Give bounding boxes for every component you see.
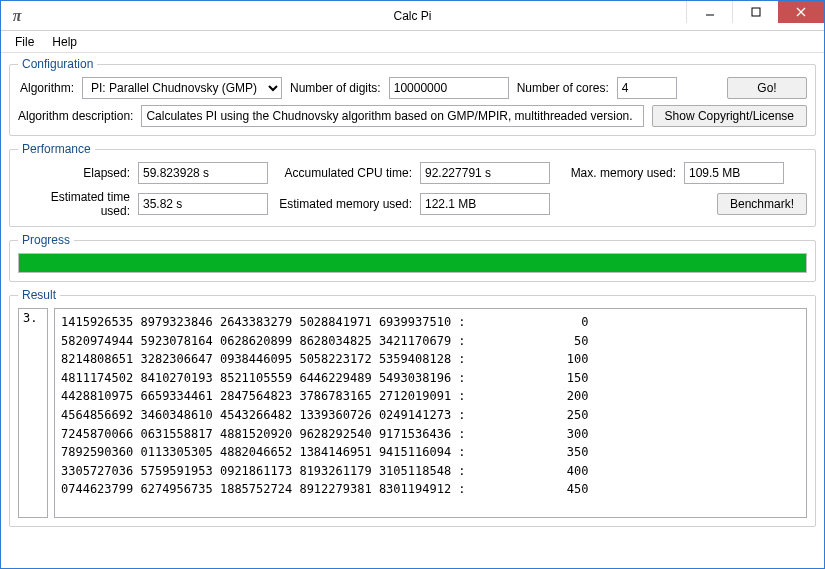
desc-label: Algorithm description: (18, 109, 133, 123)
content-area: Configuration Algorithm: PI: Parallel Ch… (1, 53, 824, 541)
progress-fill (19, 254, 806, 272)
algo-label: Algorithm: (18, 81, 74, 95)
config-group: Configuration Algorithm: PI: Parallel Ch… (9, 57, 816, 136)
benchmark-button[interactable]: Benchmark! (717, 193, 807, 215)
titlebar: π Calc Pi (1, 1, 824, 31)
copyright-button[interactable]: Show Copyright/License (652, 105, 807, 127)
cpu-label: Accumulated CPU time: (276, 166, 412, 180)
progress-group: Progress (9, 233, 816, 282)
result-text[interactable]: 1415926535 8979323846 2643383279 5028841… (54, 308, 807, 518)
est-mem-label: Estimated memory used: (276, 197, 412, 211)
algo-select[interactable]: PI: Parallel Chudnovsky (GMP) (82, 77, 282, 99)
menubar: File Help (1, 31, 824, 53)
minimize-button[interactable] (686, 1, 732, 23)
app-icon: π (7, 6, 27, 26)
elapsed-value (138, 162, 268, 184)
cores-label: Number of cores: (517, 81, 609, 95)
cores-input[interactable] (617, 77, 677, 99)
result-legend: Result (18, 288, 60, 302)
go-button[interactable]: Go! (727, 77, 807, 99)
menu-help[interactable]: Help (44, 33, 85, 51)
progress-legend: Progress (18, 233, 74, 247)
cpu-value (420, 162, 550, 184)
config-legend: Configuration (18, 57, 97, 71)
est-time-value (138, 193, 268, 215)
est-time-label: Estimated time used: (18, 190, 130, 218)
svg-rect-1 (752, 8, 760, 16)
est-mem-value (420, 193, 550, 215)
digits-label: Number of digits: (290, 81, 381, 95)
mem-value (684, 162, 784, 184)
close-button[interactable] (778, 1, 824, 23)
desc-value (141, 105, 643, 127)
window-controls (686, 1, 824, 23)
result-group: Result 3. 1415926535 8979323846 26433832… (9, 288, 816, 527)
perf-legend: Performance (18, 142, 95, 156)
maximize-button[interactable] (732, 1, 778, 23)
perf-group: Performance Elapsed: Accumulated CPU tim… (9, 142, 816, 227)
mem-label: Max. memory used: (558, 166, 676, 180)
result-prefix: 3. (18, 308, 48, 518)
progress-bar (18, 253, 807, 273)
digits-input[interactable] (389, 77, 509, 99)
menu-file[interactable]: File (7, 33, 42, 51)
elapsed-label: Elapsed: (18, 166, 130, 180)
